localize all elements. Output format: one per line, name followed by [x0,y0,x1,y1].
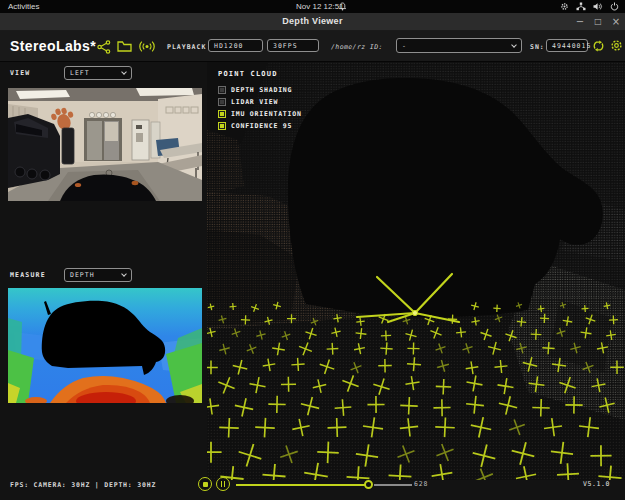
resolution-value: HD1200 [214,42,243,50]
resolution-select[interactable]: HD1200 [208,39,263,52]
app-toolbar: StereoLabs* PLAYBACK HD1200 30FPS /home/… [0,31,625,62]
slider-handle[interactable] [364,480,373,489]
garage-doors [84,118,160,161]
pause-button[interactable] [216,477,230,491]
power-icon[interactable] [610,2,619,11]
checkbox-imu-orientation[interactable]: IMU ORIENTATION [218,110,302,118]
frame-number: 628 [414,480,428,488]
clock[interactable]: Nov 12 12:51 [296,2,344,11]
system-tray [560,1,619,12]
measure-value: DEPTH [70,271,95,279]
depth-image [8,288,202,403]
app-version: V5.1.0 [583,480,610,488]
depth-viewer-window: Activities Nov 12 12:51 [0,0,625,500]
slider-remaining-track [374,484,412,486]
bell-icon[interactable] [338,2,347,11]
camera-id-value: - [402,42,407,50]
system-top-bar: Activities Nov 12 12:51 [0,0,625,13]
fps-select[interactable]: 30FPS [267,39,319,52]
view-value: LEFT [70,69,90,77]
record-icon [203,482,208,487]
window-title: Depth Viewer [0,16,625,26]
sn-value: 49440015 [552,42,591,50]
sn-label: SN: [530,43,545,51]
checkbox-depth-shading[interactable]: DEPTH SHADING [218,86,292,94]
slider-filled-track [236,484,365,486]
folder-icon[interactable] [117,40,132,53]
checkbox-icon [218,110,226,118]
fps-status: FPS: CAMERA: 30HZ | DEPTH: 30HZ [10,481,156,489]
playback-label: PLAYBACK [167,43,206,51]
chevron-down-icon [121,69,127,75]
point-cloud-title: POINT CLOUD [218,70,278,78]
chevron-down-icon [121,271,127,277]
ceiling-light [136,88,194,96]
measure-label: MEASURE [10,271,46,279]
chevron-down-icon [511,42,517,48]
camera-image [8,88,202,201]
path-id-label: /home/rz ID: [331,43,383,51]
checkbox-confidence[interactable]: CONFIDENCE 95 [218,122,292,130]
network-icon[interactable] [576,2,586,11]
stereolabs-logo: StereoLabs* [10,38,96,54]
settings-icon[interactable] [609,38,624,53]
share-icon[interactable] [97,40,111,54]
maximize-button[interactable]: □ [591,15,605,28]
close-button[interactable]: × [609,15,623,28]
fps-value: 30FPS [273,42,298,50]
view-label: VIEW [10,69,30,77]
broadcast-icon[interactable] [139,40,155,53]
minimize-button[interactable]: − [573,15,587,28]
activities-button[interactable]: Activities [8,2,40,11]
playback-slider[interactable] [236,480,412,489]
pause-icon [221,481,226,487]
camera-id-select[interactable]: - [396,38,522,53]
checkbox-icon [218,98,226,106]
measure-select[interactable]: DEPTH [64,268,132,282]
checkbox-lidar-view[interactable]: LIDAR VIEW [218,98,278,106]
record-button[interactable] [198,477,212,491]
sn-field[interactable]: 49440015 [546,39,588,52]
window-titlebar[interactable]: Depth Viewer − □ × [0,13,625,31]
view-select[interactable]: LEFT [64,66,132,80]
checkbox-icon [218,122,226,130]
repeat-icon[interactable] [592,39,605,53]
checkbox-icon [218,86,226,94]
gear-icon[interactable] [560,2,569,11]
volume-icon[interactable] [593,2,603,11]
